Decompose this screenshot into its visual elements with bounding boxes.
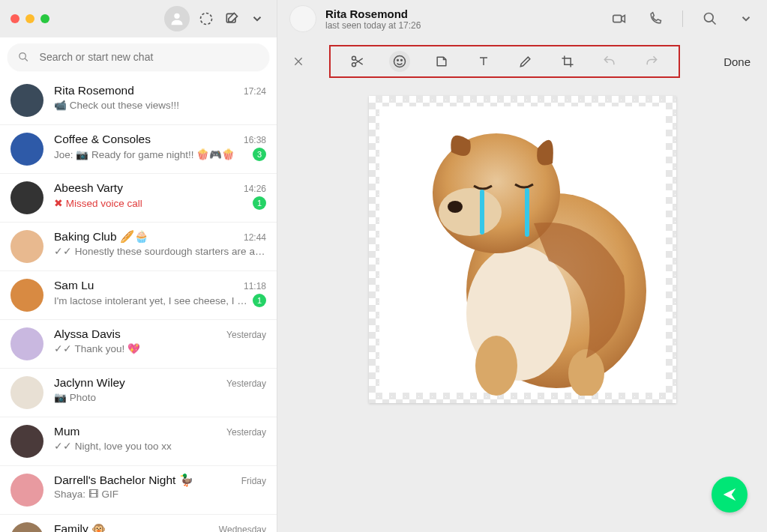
crop-icon	[560, 54, 575, 69]
chat-time: 17:24	[244, 86, 266, 97]
done-button[interactable]: Done	[724, 55, 751, 68]
svg-point-16	[475, 336, 517, 396]
chat-name: Abeesh Varty	[54, 181, 123, 195]
search-container	[0, 37, 277, 76]
chat-time: Wednesday	[219, 525, 266, 532]
svg-point-8	[394, 56, 406, 67]
chat-preview: 📷 Photo	[54, 391, 96, 403]
chat-list-item[interactable]: Sam Lu 11:18 I'm lactose intolerant yet,…	[0, 271, 277, 320]
send-icon	[721, 486, 738, 503]
chat-avatar	[10, 181, 43, 214]
chat-name: Darrell's Bachelor Night 🦆	[54, 474, 193, 487]
chat-preview: I'm lactose intolerant yet, I see cheese…	[54, 295, 248, 306]
chat-header: Rita Rosemond last seen today at 17:26	[277, 0, 767, 37]
menu-button[interactable]	[248, 10, 266, 28]
chat-avatar	[10, 279, 43, 312]
voice-call-button[interactable]	[646, 10, 664, 28]
contact-avatar[interactable]	[289, 5, 316, 32]
chat-preview: Shaya: 🎞 GIF	[54, 489, 118, 500]
canvas-area	[277, 85, 767, 532]
chat-list-item[interactable]: Mum Yesterday ✓✓ Night, love you too xx	[0, 417, 277, 466]
search-box[interactable]	[7, 43, 269, 70]
chat-name: Sam Lu	[54, 279, 94, 292]
chat-avatar	[10, 230, 43, 263]
svg-point-15	[448, 201, 463, 213]
chat-preview: ✖ Missed voice call	[54, 197, 142, 209]
search-in-chat-button[interactable]	[701, 10, 719, 28]
emoji-tool[interactable]	[389, 51, 410, 72]
video-call-button[interactable]	[610, 10, 628, 28]
profile-avatar[interactable]	[164, 6, 190, 31]
svg-point-14	[439, 188, 502, 236]
new-chat-button[interactable]	[223, 10, 241, 28]
close-icon	[292, 55, 304, 67]
chat-list-item[interactable]: Coffee & Consoles 16:38 Joe: 📷 Ready for…	[0, 125, 277, 174]
draw-tool[interactable]	[515, 51, 536, 72]
svg-rect-18	[480, 190, 484, 235]
contact-status: last seen today at 17:26	[325, 20, 421, 31]
chat-list-item[interactable]: Baking Club 🥖🧁 12:44 ✓✓ Honestly these s…	[0, 223, 277, 271]
chat-avatar	[10, 376, 43, 409]
close-editor-button[interactable]	[289, 52, 307, 70]
chat-list-item[interactable]: Family 🐵 Wednesday Grandma: 👋 Happy danc…	[0, 515, 277, 532]
chat-list-item[interactable]: Rita Rosemond 17:24 📹 Check out these vi…	[0, 76, 277, 125]
minimize-window-button[interactable]	[25, 14, 34, 23]
chat-name: Mum	[54, 425, 79, 438]
person-icon	[169, 10, 185, 27]
maximize-window-button[interactable]	[40, 14, 49, 23]
chat-avatar	[10, 474, 43, 507]
chat-time: Yesterday	[226, 427, 266, 438]
pencil-icon	[518, 54, 533, 69]
undo-button[interactable]	[599, 51, 620, 72]
svg-point-0	[174, 13, 179, 19]
crop-tool[interactable]	[557, 51, 578, 72]
chat-list-item[interactable]: Jaclynn Wiley Yesterday 📷 Photo	[0, 369, 277, 417]
scissors-icon	[350, 54, 365, 69]
status-button[interactable]	[197, 10, 215, 28]
contact-name: Rita Rosemond	[325, 7, 421, 20]
sticker-canvas[interactable]	[369, 96, 676, 403]
close-window-button[interactable]	[10, 14, 19, 23]
chat-name: Alyssa Davis	[54, 327, 121, 341]
chat-name: Coffee & Consoles	[54, 133, 151, 146]
chat-list-item[interactable]: Abeesh Varty 14:26 ✖ Missed voice call 1	[0, 174, 277, 223]
chat-preview: ✓✓ Honestly these sourdough starters are…	[54, 245, 266, 257]
redo-button[interactable]	[641, 51, 662, 72]
svg-point-5	[705, 13, 714, 22]
sticker-tool[interactable]	[431, 51, 452, 72]
sticker-image	[399, 111, 654, 396]
cut-tool[interactable]	[347, 51, 368, 72]
svg-point-9	[397, 60, 399, 61]
chat-time: Friday	[241, 476, 266, 486]
editor-toolbar	[329, 45, 680, 78]
chat-time: Yesterday	[226, 378, 266, 389]
chat-preview: 📹 Check out these views!!!	[54, 99, 179, 111]
chat-menu-button[interactable]	[737, 10, 755, 28]
chat-time: 12:44	[244, 232, 266, 243]
chat-preview: ✓✓ Thank you! 💖	[54, 342, 140, 354]
svg-point-17	[568, 349, 604, 396]
unread-badge: 3	[253, 148, 266, 161]
search-icon	[703, 11, 718, 26]
search-input[interactable]	[40, 51, 259, 63]
phone-icon	[648, 11, 663, 26]
text-tool[interactable]	[473, 51, 494, 72]
chat-list: Rita Rosemond 17:24 📹 Check out these vi…	[0, 76, 277, 532]
chat-preview: Joe: 📷 Ready for game night!! 🍿🎮🍿	[54, 148, 235, 160]
chat-avatar	[10, 133, 43, 166]
svg-rect-4	[613, 15, 622, 22]
chat-list-item[interactable]: Alyssa Davis Yesterday ✓✓ Thank you! 💖	[0, 320, 277, 369]
contact-info[interactable]: Rita Rosemond last seen today at 17:26	[325, 7, 421, 31]
chevron-down-icon	[250, 12, 264, 25]
main-pane: Rita Rosemond last seen today at 17:26	[277, 0, 767, 532]
status-ring-icon	[199, 11, 214, 26]
chat-name: Baking Club 🥖🧁	[54, 230, 148, 244]
svg-point-10	[401, 60, 403, 61]
redo-icon	[644, 54, 659, 69]
search-icon	[18, 51, 29, 63]
send-button[interactable]	[712, 477, 748, 513]
chat-list-item[interactable]: Darrell's Bachelor Night 🦆 Friday Shaya:…	[0, 466, 277, 515]
header-actions	[610, 10, 755, 28]
chat-preview: ✓✓ Night, love you too xx	[54, 440, 172, 452]
chat-avatar	[10, 84, 43, 117]
